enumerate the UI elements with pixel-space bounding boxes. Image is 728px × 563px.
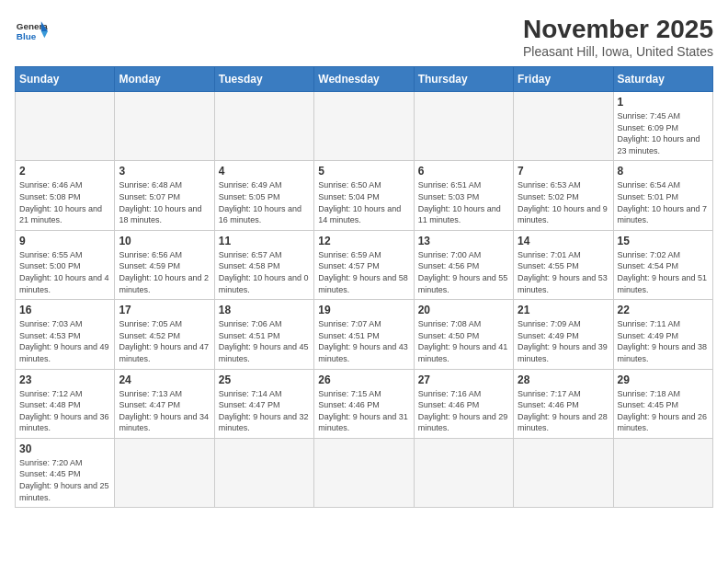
calendar-day: 11Sunrise: 6:57 AMSunset: 4:58 PMDayligh… [214, 230, 313, 299]
calendar-day: 14Sunrise: 7:01 AMSunset: 4:55 PMDayligh… [514, 230, 613, 299]
calendar-day: 26Sunrise: 7:15 AMSunset: 4:46 PMDayligh… [314, 369, 414, 438]
day-info: Sunrise: 7:20 AMSunset: 4:45 PMDaylight:… [19, 457, 110, 503]
calendar-header-row: Sunday Monday Tuesday Wednesday Thursday… [16, 67, 713, 92]
col-thursday: Thursday [414, 67, 513, 92]
calendar-day: 20Sunrise: 7:08 AMSunset: 4:50 PMDayligh… [414, 300, 513, 369]
calendar-day: 21Sunrise: 7:09 AMSunset: 4:49 PMDayligh… [514, 300, 613, 369]
title-block: November 2025 Pleasant Hill, Iowa, Unite… [523, 15, 713, 59]
day-info: Sunrise: 7:13 AMSunset: 4:47 PMDaylight:… [119, 388, 210, 434]
day-number: 28 [518, 373, 609, 386]
day-info: Sunrise: 6:56 AMSunset: 4:59 PMDaylight:… [119, 249, 210, 295]
calendar-week-row: 2Sunrise: 6:46 AMSunset: 5:08 PMDaylight… [16, 161, 713, 230]
day-number: 14 [518, 235, 609, 247]
calendar-day [314, 438, 414, 507]
calendar-day: 7Sunrise: 6:53 AMSunset: 5:02 PMDaylight… [514, 161, 613, 230]
col-sunday: Sunday [16, 67, 115, 92]
day-info: Sunrise: 6:48 AMSunset: 5:07 PMDaylight:… [119, 179, 210, 225]
calendar-day: 6Sunrise: 6:51 AMSunset: 5:03 PMDaylight… [414, 161, 513, 230]
calendar-day: 3Sunrise: 6:48 AMSunset: 5:07 PMDaylight… [115, 161, 214, 230]
col-tuesday: Tuesday [214, 67, 313, 92]
day-info: Sunrise: 7:07 AMSunset: 4:51 PMDaylight:… [318, 318, 409, 364]
calendar-day [514, 92, 613, 161]
day-number: 22 [618, 304, 709, 316]
calendar-day [115, 92, 214, 161]
day-info: Sunrise: 6:49 AMSunset: 5:05 PMDaylight:… [219, 179, 310, 225]
calendar-day: 19Sunrise: 7:07 AMSunset: 4:51 PMDayligh… [314, 300, 414, 369]
col-wednesday: Wednesday [314, 67, 414, 92]
day-number: 4 [219, 165, 310, 178]
day-info: Sunrise: 7:16 AMSunset: 4:46 PMDaylight:… [418, 388, 509, 434]
day-info: Sunrise: 6:51 AMSunset: 5:03 PMDaylight:… [418, 179, 509, 225]
col-monday: Monday [115, 67, 214, 92]
calendar-day: 29Sunrise: 7:18 AMSunset: 4:45 PMDayligh… [613, 369, 712, 438]
day-number: 24 [119, 373, 210, 386]
day-info: Sunrise: 6:59 AMSunset: 4:57 PMDaylight:… [318, 249, 409, 295]
calendar-day: 17Sunrise: 7:05 AMSunset: 4:52 PMDayligh… [115, 300, 214, 369]
day-number: 15 [618, 235, 709, 247]
calendar-day: 18Sunrise: 7:06 AMSunset: 4:51 PMDayligh… [214, 300, 313, 369]
calendar-week-row: 9Sunrise: 6:55 AMSunset: 5:00 PMDaylight… [16, 230, 713, 299]
day-number: 10 [119, 235, 210, 247]
day-info: Sunrise: 7:11 AMSunset: 4:49 PMDaylight:… [618, 318, 709, 364]
calendar-day: 13Sunrise: 7:00 AMSunset: 4:56 PMDayligh… [414, 230, 513, 299]
calendar-title: November 2025 [523, 15, 713, 44]
calendar-day: 28Sunrise: 7:17 AMSunset: 4:46 PMDayligh… [514, 369, 613, 438]
logo: General Blue [15, 15, 48, 48]
day-number: 5 [318, 165, 409, 178]
day-info: Sunrise: 7:15 AMSunset: 4:46 PMDaylight:… [318, 388, 409, 434]
day-number: 27 [418, 373, 509, 386]
generalblue-logo-icon: General Blue [15, 15, 48, 48]
day-number: 18 [219, 304, 310, 316]
calendar-day [514, 438, 613, 507]
calendar-week-row: 23Sunrise: 7:12 AMSunset: 4:48 PMDayligh… [16, 369, 713, 438]
day-number: 23 [19, 373, 110, 386]
calendar-week-row: 16Sunrise: 7:03 AMSunset: 4:53 PMDayligh… [16, 300, 713, 369]
calendar-day: 9Sunrise: 6:55 AMSunset: 5:00 PMDaylight… [16, 230, 115, 299]
day-number: 6 [418, 165, 509, 178]
day-info: Sunrise: 7:17 AMSunset: 4:46 PMDaylight:… [518, 388, 609, 434]
day-info: Sunrise: 7:06 AMSunset: 4:51 PMDaylight:… [219, 318, 310, 364]
day-info: Sunrise: 6:57 AMSunset: 4:58 PMDaylight:… [219, 249, 310, 295]
page-header: General Blue November 2025 Pleasant Hill… [15, 15, 713, 59]
col-saturday: Saturday [613, 67, 712, 92]
day-number: 19 [318, 304, 409, 316]
day-number: 29 [618, 373, 709, 386]
calendar-day [16, 92, 115, 161]
day-info: Sunrise: 7:09 AMSunset: 4:49 PMDaylight:… [518, 318, 609, 364]
calendar-day [214, 92, 313, 161]
calendar-day: 24Sunrise: 7:13 AMSunset: 4:47 PMDayligh… [115, 369, 214, 438]
calendar-day [214, 438, 313, 507]
day-info: Sunrise: 6:50 AMSunset: 5:04 PMDaylight:… [318, 179, 409, 225]
calendar-table: Sunday Monday Tuesday Wednesday Thursday… [15, 66, 713, 508]
calendar-day: 30Sunrise: 7:20 AMSunset: 4:45 PMDayligh… [16, 438, 115, 507]
day-info: Sunrise: 6:54 AMSunset: 5:01 PMDaylight:… [618, 179, 709, 225]
day-number: 9 [19, 235, 110, 247]
calendar-day: 4Sunrise: 6:49 AMSunset: 5:05 PMDaylight… [214, 161, 313, 230]
day-info: Sunrise: 7:14 AMSunset: 4:47 PMDaylight:… [219, 388, 310, 434]
day-number: 25 [219, 373, 310, 386]
day-info: Sunrise: 7:18 AMSunset: 4:45 PMDaylight:… [618, 388, 709, 434]
calendar-day: 1Sunrise: 7:45 AMSunset: 6:09 PMDaylight… [613, 92, 712, 161]
day-number: 26 [318, 373, 409, 386]
day-info: Sunrise: 7:01 AMSunset: 4:55 PMDaylight:… [518, 249, 609, 295]
calendar-day [414, 92, 513, 161]
calendar-day: 27Sunrise: 7:16 AMSunset: 4:46 PMDayligh… [414, 369, 513, 438]
calendar-day: 16Sunrise: 7:03 AMSunset: 4:53 PMDayligh… [16, 300, 115, 369]
day-number: 20 [418, 304, 509, 316]
calendar-week-row: 30Sunrise: 7:20 AMSunset: 4:45 PMDayligh… [16, 438, 713, 507]
calendar-day: 10Sunrise: 6:56 AMSunset: 4:59 PMDayligh… [115, 230, 214, 299]
calendar-day: 25Sunrise: 7:14 AMSunset: 4:47 PMDayligh… [214, 369, 313, 438]
day-number: 17 [119, 304, 210, 316]
calendar-week-row: 1Sunrise: 7:45 AMSunset: 6:09 PMDaylight… [16, 92, 713, 161]
day-info: Sunrise: 7:45 AMSunset: 6:09 PMDaylight:… [618, 110, 709, 156]
day-number: 16 [19, 304, 110, 316]
day-info: Sunrise: 7:08 AMSunset: 4:50 PMDaylight:… [418, 318, 509, 364]
calendar-day: 2Sunrise: 6:46 AMSunset: 5:08 PMDaylight… [16, 161, 115, 230]
calendar-subtitle: Pleasant Hill, Iowa, United States [523, 44, 713, 59]
day-info: Sunrise: 7:02 AMSunset: 4:54 PMDaylight:… [618, 249, 709, 295]
day-number: 11 [219, 235, 310, 247]
day-number: 1 [618, 96, 709, 109]
day-number: 21 [518, 304, 609, 316]
calendar-day [115, 438, 214, 507]
calendar-day: 15Sunrise: 7:02 AMSunset: 4:54 PMDayligh… [613, 230, 712, 299]
